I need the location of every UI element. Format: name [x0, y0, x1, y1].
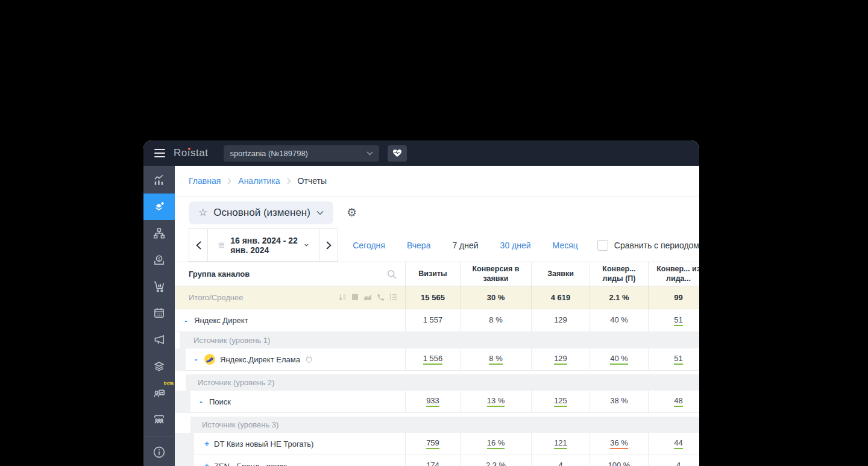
square-icon[interactable] [351, 294, 359, 301]
table-cell: 40 % [590, 309, 648, 332]
hamburger-menu-icon[interactable] [149, 144, 170, 162]
metric-value-link[interactable]: 36 % [610, 438, 628, 449]
totals-value-0: 15 565 [405, 286, 460, 309]
column-header-0[interactable]: Визиты [405, 262, 460, 286]
table-cell: 4 [648, 455, 699, 466]
sort-icon[interactable] [338, 294, 347, 301]
report-selector[interactable]: ☆ Основной (изменен) [189, 201, 333, 224]
date-range-picker[interactable]: 16 янв. 2024 - 22 янв. 2024 [208, 229, 319, 261]
phone-icon[interactable] [377, 294, 385, 301]
list-icon[interactable] [389, 294, 398, 301]
metric-value-link[interactable]: 44 [674, 438, 682, 449]
chevron-right-icon [227, 178, 231, 184]
metric-value-link[interactable]: 121 [554, 438, 567, 449]
totals-label: Итого/Среднее [189, 293, 338, 302]
breadcrumb-analytics[interactable]: Аналитика [238, 176, 280, 186]
analytics-icon [153, 174, 166, 187]
metric-value-link[interactable]: 4 [558, 461, 562, 466]
sidebar-item-marketing[interactable] [143, 326, 175, 353]
chevron-right-icon [326, 241, 332, 250]
star-icon[interactable]: ☆ [198, 207, 207, 218]
table-cell: 174 [405, 455, 460, 466]
metric-value-link[interactable]: 16 % [487, 438, 505, 449]
metric-value-link[interactable]: 51 [674, 354, 682, 365]
table-cell: 40 % [590, 348, 648, 370]
column-header-3[interactable]: Конвер... лиды (П) [590, 262, 648, 286]
roistat-logo: Roıstat [174, 147, 208, 159]
gear-icon[interactable]: ⚙ [347, 207, 357, 218]
channel-label[interactable]: Яндекс Директ [194, 316, 248, 325]
table-cell: 121 [531, 433, 590, 455]
table-row: -Яндекс Директ1 5578 %12940 %51 [175, 309, 699, 332]
channel-label[interactable]: Яндекс.Директ Елама [220, 355, 300, 364]
metric-value-link[interactable]: 125 [554, 396, 567, 407]
expand-icon[interactable]: + [204, 439, 214, 449]
sidebar: $ beta [143, 166, 175, 466]
quick-period-links: СегодняВчера7 дней30 днейМесяц [342, 228, 589, 262]
metric-value-link[interactable]: 8 % [489, 354, 502, 365]
metric-value-link[interactable]: 1 556 [423, 354, 443, 365]
metric-value: 1 557 [423, 315, 443, 326]
expand-icon[interactable]: + [204, 461, 214, 466]
column-header-2[interactable]: Заявки [531, 262, 590, 286]
table-cell: 125 [531, 391, 590, 412]
quick-period-3[interactable]: 30 дней [489, 241, 542, 250]
metric-value-link[interactable]: 48 [674, 396, 682, 407]
column-header-4[interactable]: Конвер... из лида... [648, 262, 699, 286]
sidebar-item-audience[interactable] [143, 406, 175, 432]
quick-period-1[interactable]: Вчера [396, 241, 442, 250]
prev-period-button[interactable] [189, 229, 208, 261]
metric-value-link[interactable]: 13 % [487, 396, 505, 407]
metric-value-link[interactable]: 100 % [608, 461, 631, 466]
table-cell: 1 556 [405, 348, 460, 370]
people-icon [153, 412, 166, 426]
chevron-right-icon [287, 178, 291, 184]
channel-label[interactable]: DT Квиз новый НЕ Трогать) [214, 439, 313, 449]
project-select[interactable]: sportzania (№189798) [224, 145, 379, 162]
table-cell: 933 [405, 391, 460, 412]
sidebar-item-reports[interactable] [143, 194, 175, 220]
sidebar-item-orders[interactable] [143, 273, 175, 300]
quick-period-0[interactable]: Сегодня [342, 241, 396, 250]
health-monitor-button[interactable] [388, 145, 407, 162]
sidebar-item-info[interactable] [143, 439, 175, 465]
column-header-1[interactable]: Конверсия в заявки [460, 262, 531, 286]
metric-value-link[interactable]: 51 [674, 315, 682, 326]
report-table: Группа каналов ВизитыКонверсия в заявкиЗ… [175, 262, 699, 466]
table-cell: 1 557 [405, 309, 460, 332]
sidebar-item-manager-analytics[interactable]: beta [143, 379, 175, 406]
table-row: +DT Квиз новый НЕ Трогать)75916 %12136 %… [175, 433, 699, 455]
quick-period-4[interactable]: Месяц [542, 241, 589, 250]
collapse-icon[interactable]: - [195, 354, 204, 364]
metric-value-link[interactable]: 174 [426, 461, 439, 466]
collapse-icon[interactable]: - [184, 316, 194, 326]
sidebar-item-integrations[interactable] [143, 353, 175, 379]
metric-value-link[interactable]: 759 [426, 438, 439, 449]
channel-label[interactable]: Поиск [209, 397, 231, 406]
compare-checkbox[interactable] [597, 240, 608, 251]
breadcrumb-home[interactable]: Главная [189, 176, 221, 186]
sidebar-item-channels[interactable] [143, 220, 175, 247]
metric-value-link[interactable]: 2.3 % [486, 461, 506, 466]
channel-label[interactable]: ZEN - Бренд - поиск [214, 462, 287, 466]
quick-period-2[interactable]: 7 дней [441, 241, 489, 250]
metric-value-link[interactable]: 40 % [610, 354, 628, 365]
project-select-value: sportzania (№189798) [230, 149, 308, 158]
svg-text:$: $ [158, 256, 161, 262]
calendar-icon [153, 306, 166, 320]
metric-value-link[interactable]: 933 [426, 396, 439, 407]
sidebar-item-calendar[interactable] [143, 300, 175, 326]
search-icon[interactable] [387, 269, 397, 279]
sidebar-item-expenses[interactable]: $ [143, 247, 175, 273]
collapse-icon[interactable]: - [200, 397, 209, 406]
breadcrumb: Главная Аналитика Отчеты [175, 166, 699, 197]
date-range-value: 16 янв. 2024 - 22 янв. 2024 [230, 236, 299, 255]
metric-value-link[interactable]: 4 [676, 461, 681, 466]
sidebar-item-analytics[interactable] [143, 167, 175, 194]
table-cell: 2.3 % [460, 455, 531, 466]
area-chart-icon[interactable] [363, 294, 372, 301]
heart-pulse-icon [392, 149, 402, 157]
next-period-button[interactable] [319, 229, 338, 261]
metric-value-link[interactable]: 129 [554, 354, 567, 365]
breadcrumb-current: Отчеты [298, 176, 327, 186]
